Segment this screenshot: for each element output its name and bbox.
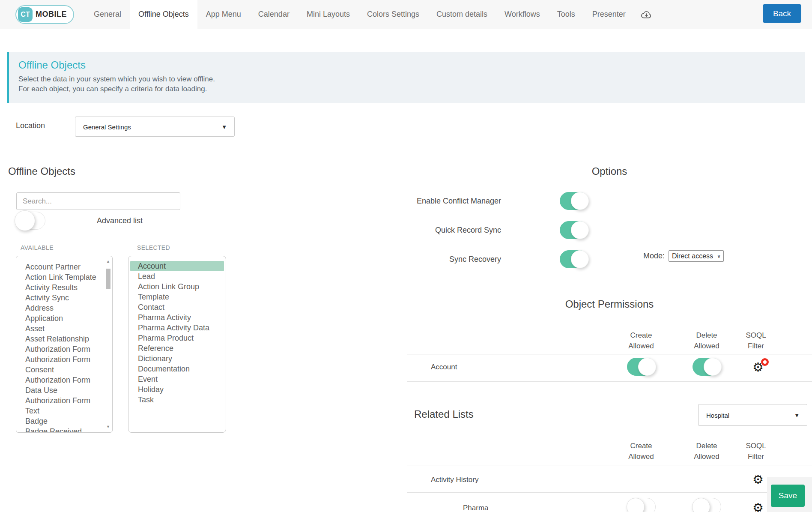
available-item[interactable]: Address (25, 303, 104, 313)
available-item[interactable]: Data Use (25, 385, 104, 395)
search-input[interactable] (16, 192, 180, 210)
sync-recovery-label: Sync Recovery (407, 250, 501, 268)
save-button[interactable]: Save (771, 485, 805, 507)
mode-value: Direct access (672, 252, 713, 260)
banner-line1: Select the data in your system which you… (18, 74, 805, 84)
toggle-knob (571, 192, 589, 210)
logo-text: MOBILE (36, 10, 67, 19)
offline-objects-heading: Offline Objects (8, 165, 75, 177)
banner-title: Offline Objects (18, 59, 805, 71)
selected-item[interactable]: Contact (128, 302, 226, 312)
selected-item[interactable]: Documentation (128, 364, 226, 374)
tab-colors-settings[interactable]: Colors Settings (358, 0, 428, 29)
table-row-divider (407, 492, 812, 493)
tab-offline-objects[interactable]: Offline Objects (130, 0, 197, 29)
available-item[interactable]: Consent (25, 365, 104, 375)
options-heading: Options (407, 165, 812, 177)
tab-general[interactable]: General (85, 0, 130, 29)
column-header-create-allowed: Create Allowed (623, 440, 659, 462)
toggle-knob (571, 250, 589, 268)
toggle-knob (15, 210, 35, 231)
available-item[interactable]: Asset Relationship (25, 334, 104, 344)
tab-tools[interactable]: Tools (549, 0, 584, 29)
top-navbar: CT MOBILE General Offline Objects App Me… (0, 0, 812, 29)
available-scrollbar[interactable]: ▲ ▼ (105, 257, 111, 431)
available-item[interactable]: Action Link Template (25, 272, 104, 282)
selected-item[interactable]: Reference (128, 343, 226, 353)
selected-list: Account Lead Action Link Group Template … (128, 261, 226, 405)
tab-calendar[interactable]: Calendar (250, 0, 298, 29)
tab-workflows[interactable]: Workflows (496, 0, 549, 29)
cloud-download-icon[interactable] (640, 0, 653, 29)
enable-conflict-manager-toggle[interactable] (560, 192, 588, 210)
selected-item[interactable]: Pharma Activity Data (128, 323, 226, 333)
available-item[interactable]: Application (25, 313, 104, 323)
table-row-divider (407, 381, 812, 382)
selected-item[interactable]: Pharma Product (128, 333, 226, 343)
page-banner: Offline Objects Select the data in your … (7, 52, 805, 103)
advanced-list-toggle[interactable] (15, 212, 45, 230)
filter-active-badge (761, 358, 769, 366)
back-button[interactable]: Back (763, 4, 801, 23)
sync-recovery-toggle[interactable] (560, 250, 588, 268)
selected-item[interactable]: Action Link Group (128, 281, 226, 292)
tab-mini-layouts[interactable]: Mini Layouts (298, 0, 358, 29)
tab-custom-details[interactable]: Custom details (428, 0, 496, 29)
mode-dropdown[interactable]: Direct access ∨ (669, 250, 724, 262)
scroll-up-icon[interactable]: ▲ (106, 259, 110, 263)
app-screen: CT MOBILE General Offline Objects App Me… (0, 0, 812, 512)
quick-record-sync-label: Quick Record Sync (407, 221, 501, 239)
account-delete-allowed-toggle[interactable] (693, 358, 721, 376)
tab-presenter[interactable]: Presenter (584, 0, 634, 29)
available-item[interactable]: Badge Received (25, 426, 104, 433)
banner-line2: For each object, you can specify a crite… (18, 84, 805, 94)
scroll-down-icon[interactable]: ▼ (106, 425, 110, 429)
related-lists-heading: Related Lists (414, 408, 474, 420)
selected-item[interactable]: Lead (128, 271, 226, 281)
selected-item[interactable]: Pharma Activity (128, 312, 226, 323)
available-item[interactable]: Activity Results (25, 282, 104, 293)
available-item[interactable]: Asset (25, 323, 104, 334)
quick-record-sync-toggle[interactable] (560, 221, 588, 239)
tab-app-menu[interactable]: App Menu (197, 0, 250, 29)
pharma-create-allowed-toggle[interactable] (627, 498, 656, 512)
available-item[interactable]: Badge (25, 416, 104, 426)
toggle-knob (692, 498, 710, 512)
column-header-delete-allowed: Delete Allowed (689, 440, 725, 462)
account-create-allowed-toggle[interactable] (627, 358, 656, 376)
selected-item-highlighted[interactable]: Account (130, 261, 224, 271)
scrollbar-thumb[interactable] (106, 269, 110, 289)
ct-logo-icon: CT (18, 7, 33, 22)
column-header-soql-filter: SOQL Filter (738, 330, 774, 351)
available-item[interactable]: Text (25, 406, 104, 416)
pharma-delete-allowed-toggle[interactable] (693, 498, 721, 512)
column-header-create-allowed: Create Allowed (623, 330, 659, 351)
selected-item[interactable]: Task (128, 395, 226, 405)
available-item[interactable]: Authorization Form (25, 344, 104, 354)
selected-item[interactable]: Template (128, 292, 226, 302)
toggle-knob (571, 221, 589, 239)
available-label: AVAILABLE (21, 244, 54, 251)
toggle-knob (704, 358, 722, 376)
activity-history-soql-filter-gear-icon[interactable]: ⚙ (752, 472, 765, 487)
available-item[interactable]: Authorization Form (25, 375, 104, 385)
location-dropdown[interactable]: General Settings ▼ (75, 117, 235, 137)
selected-item[interactable]: Holiday (128, 384, 226, 395)
account-soql-filter-gear-icon[interactable]: ⚙ (752, 360, 765, 374)
related-object-dropdown[interactable]: Hospital ▼ (698, 404, 807, 426)
available-listbox: Account Partner Action Link Template Act… (16, 256, 113, 433)
selected-item[interactable]: Dictionary (128, 353, 226, 364)
permission-row-account-label: Account (431, 363, 457, 371)
available-item[interactable]: Activity Sync (25, 293, 104, 303)
mode-label: Mode: (643, 250, 665, 262)
available-item[interactable]: Authorization Form (25, 395, 104, 406)
available-item[interactable]: Account Partner (25, 262, 104, 272)
available-item[interactable]: Authorization Form (25, 354, 104, 365)
selected-item[interactable]: Event (128, 374, 226, 384)
column-header-soql-filter: SOQL Filter (738, 440, 774, 462)
toggle-knob (627, 498, 645, 512)
column-header-delete-allowed: Delete Allowed (689, 330, 725, 351)
related-row-activity-history-label: Activity History (431, 476, 478, 484)
location-value: General Settings (83, 123, 131, 130)
pharma-soql-filter-gear-icon[interactable]: ⚙ (752, 500, 765, 512)
